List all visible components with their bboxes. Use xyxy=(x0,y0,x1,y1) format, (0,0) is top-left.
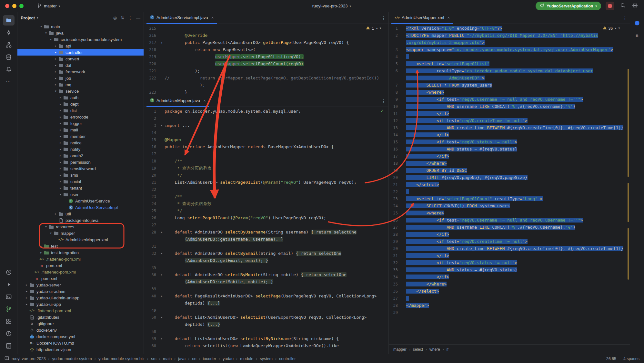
code-line[interactable]: 28 </if> xyxy=(389,231,630,238)
chevron-icon[interactable]: ▸ xyxy=(24,283,29,286)
code-line[interactable]: 25 */ xyxy=(144,207,388,214)
line-number[interactable]: 28 xyxy=(389,231,400,238)
status-breadcrumb-item[interactable]: ruoyi-vue-pro-2023 xyxy=(12,357,46,361)
code-line[interactable]: 17 xyxy=(144,150,388,158)
status-breadcrumb-item[interactable]: yudao-module-system xyxy=(52,357,92,361)
line-number[interactable]: 13 xyxy=(389,124,400,131)
code-line[interactable]: 6 resultType="cn.iocoder.yudao.module.sy… xyxy=(389,67,630,75)
code-line[interactable]: 7 SELECT * FROM system_users xyxy=(389,82,630,89)
warning-stripe-mark[interactable] xyxy=(628,69,629,177)
notifications-icon[interactable] xyxy=(631,18,643,28)
code-line[interactable]: deptIds) {...} xyxy=(144,321,388,328)
line-number[interactable]: 27 xyxy=(389,224,400,231)
tree-item-dict[interactable]: ▸dict xyxy=(17,107,144,114)
line-number[interactable]: 22 xyxy=(389,188,400,195)
notifications-icon[interactable] xyxy=(3,64,15,75)
settings-button[interactable] xyxy=(631,2,639,10)
tree-item-mapper[interactable]: ▾mapper xyxy=(17,230,144,236)
code-line[interactable]: .org/dtd/mybatis-3-mapper.dtd"> xyxy=(389,39,630,46)
tree-item-yudao-ui-app[interactable]: ▸yudao-ui-app xyxy=(17,301,144,307)
structure-icon[interactable] xyxy=(3,40,15,50)
line-number[interactable]: 50 xyxy=(144,314,159,321)
line-number[interactable]: 24 xyxy=(389,202,400,210)
more-icon[interactable]: ⋮ xyxy=(128,16,132,20)
close-icon[interactable]: × xyxy=(211,15,214,20)
tab-options-icon[interactable]: ⋮ xyxy=(381,99,386,104)
chevron-icon[interactable]: ▸ xyxy=(58,154,63,157)
chevron-icon[interactable]: ▸ xyxy=(58,115,63,119)
line-number[interactable]: 6 xyxy=(389,67,400,75)
code-line[interactable]: 219 userMapper.selectPage01List(reqVO), xyxy=(144,53,388,60)
line-number[interactable]: 27 xyxy=(144,222,159,229)
line-number[interactable]: 19 xyxy=(144,165,159,172)
code-line[interactable]: 20 */ xyxy=(144,172,388,179)
line-number[interactable] xyxy=(144,278,159,285)
line-number[interactable]: 19 xyxy=(389,167,400,174)
code-line[interactable]: .AdminUserDO" > xyxy=(389,75,630,82)
chevron-icon[interactable]: ▸ xyxy=(53,212,58,215)
chevron-icon[interactable]: ▸ xyxy=(58,102,63,106)
code-line[interactable]: 14 </if> xyxy=(389,131,630,139)
code-line[interactable]: 23 /** xyxy=(144,193,388,200)
code-line[interactable]: 1<?xml version="1.0" encoding="UTF-8"?> xyxy=(389,25,630,32)
tree-item-docker-compose-yml[interactable]: docker-compose.yml xyxy=(17,333,144,340)
code-line[interactable]: (AdminUserDO::getMobile, mobile); } xyxy=(144,278,388,285)
chevron-icon[interactable]: ▾ xyxy=(58,193,63,196)
code-line[interactable]: deptIds) {...} xyxy=(144,300,388,307)
code-line[interactable]: 14 xyxy=(144,129,388,136)
tree-item-docker-env[interactable]: docker.env xyxy=(17,327,144,333)
line-number[interactable] xyxy=(144,236,159,243)
code-line[interactable]: ); xyxy=(144,82,388,89)
line-number[interactable]: 1 xyxy=(389,25,400,32)
line-number[interactable]: 23 xyxy=(144,193,159,200)
line-number[interactable]: 32 xyxy=(144,250,159,257)
tree-item-http-client-env-json[interactable]: {}http-client.env.json xyxy=(17,346,144,353)
code-line[interactable]: 1package cn.iocoder.yudao.module.system.… xyxy=(144,108,388,115)
tree-item-user[interactable]: ▾user xyxy=(17,191,144,198)
code-line[interactable]: 18 /** xyxy=(144,158,388,165)
chevron-icon[interactable]: ▸ xyxy=(58,122,63,125)
line-number[interactable]: 14 xyxy=(144,129,159,136)
line-number[interactable]: 60 xyxy=(144,342,159,349)
project-title-widget[interactable]: ruoyi-vue-pro-2023 ▾ xyxy=(312,4,351,8)
tree-item-oauth2[interactable]: ▸oauth2 xyxy=(17,152,144,159)
code-line[interactable]: 12 <if test="reqVO.createTime != null"> xyxy=(389,117,630,124)
line-number[interactable]: 39 xyxy=(389,309,400,316)
tree-item-controller[interactable]: ▸controller xyxy=(17,49,144,56)
chevron-icon[interactable]: ▸ xyxy=(58,148,63,151)
code-line[interactable]: 32▸ default AdminUserDO selectByEmail(St… xyxy=(144,250,388,257)
todo-icon[interactable] xyxy=(3,341,15,351)
code-line[interactable]: 38</mapper> xyxy=(389,302,630,309)
line-number[interactable]: 24 xyxy=(144,200,159,207)
line-number[interactable]: 14 xyxy=(389,131,400,139)
status-breadcrumb-item[interactable]: yudao-module-system-biz xyxy=(98,357,145,361)
code-line[interactable]: 3<mapper namespace="cn.iocoder.yudao.mod… xyxy=(389,46,630,53)
tree-item-dept[interactable]: ▸dept xyxy=(17,101,144,107)
database-icon[interactable] xyxy=(3,52,15,62)
caret-position[interactable]: 26:65 xyxy=(606,357,616,361)
commit-icon[interactable] xyxy=(3,27,15,38)
line-number[interactable]: 2 xyxy=(389,32,400,39)
tree-item-social[interactable]: ▸social xyxy=(17,178,144,185)
line-number[interactable]: 35 xyxy=(144,264,159,271)
line-number[interactable]: 16 xyxy=(144,143,159,150)
line-number[interactable]: 11 xyxy=(389,110,400,117)
line-number[interactable]: 34 xyxy=(389,274,400,281)
maximize-window-button[interactable] xyxy=(19,4,24,8)
tree-item-errorcode[interactable]: ▸errorcode xyxy=(17,114,144,120)
line-number[interactable]: 9 xyxy=(389,96,400,103)
line-number[interactable]: 20 xyxy=(389,174,400,181)
code-line[interactable]: 222// return userMapper.selectPage(reqVO… xyxy=(144,75,388,82)
line-number[interactable]: 8 xyxy=(389,89,400,96)
close-icon[interactable]: × xyxy=(448,15,450,20)
line-number[interactable]: 21 xyxy=(389,181,400,188)
line-number[interactable]: 3 xyxy=(144,122,159,129)
hide-icon[interactable]: — xyxy=(136,16,140,20)
line-number[interactable]: 220 xyxy=(144,60,159,67)
tree-item-docker-howto-md[interactable]: M↓Docker-HOWTO.md xyxy=(17,340,144,346)
code-line[interactable]: 16public interface AdminUserMapper exten… xyxy=(144,143,388,150)
line-number[interactable]: 18 xyxy=(144,158,159,165)
problems-icon[interactable] xyxy=(3,328,15,339)
code-line[interactable]: 25 <where> xyxy=(389,210,630,217)
line-number[interactable]: 218 xyxy=(144,46,159,53)
